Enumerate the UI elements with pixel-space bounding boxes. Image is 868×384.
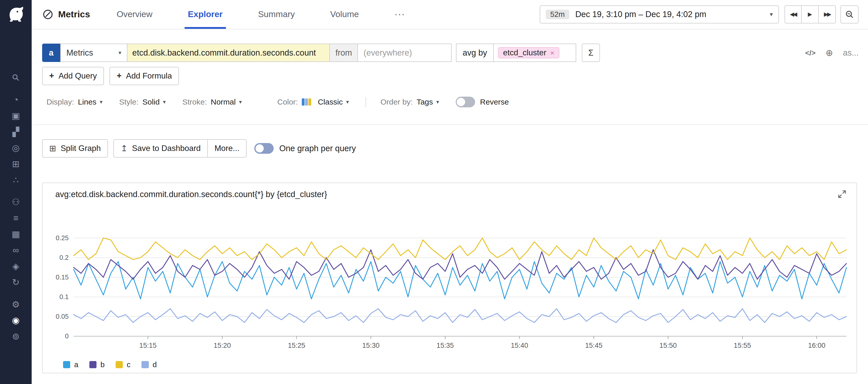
watchdog-icon[interactable]: ◔ <box>0 92 32 108</box>
one-graph-per-query-toggle[interactable] <box>254 143 274 153</box>
metrics-explorer-app: ⚲◔▣▞◎⊞∴⚇≡▦∞◈↻⚙◉⊚ Metrics Overview Explor… <box>0 0 868 384</box>
split-graph-label: Split Graph <box>61 144 101 153</box>
order-by-value: Tags <box>416 98 433 106</box>
graph-actions-row: ⊞ Split Graph ↥ Save to Dashboard More..… <box>42 139 356 157</box>
chevron-down-icon: ▾ <box>119 49 121 56</box>
sidebar-icons: ⚲◔▣▞◎⊞∴⚇≡▦∞◈↻⚙◉⊚ <box>0 70 32 345</box>
time-forward-button[interactable]: ▶▶ <box>819 5 836 24</box>
query-row: a Metrics ▾ etcd.disk.backend.commit.dur… <box>42 44 859 62</box>
group-by-field[interactable]: etcd_cluster × <box>493 44 576 62</box>
group-by-tag-label: etcd_cluster <box>503 48 546 57</box>
plus-icon: + <box>49 71 54 80</box>
metrics-nav-icon[interactable]: ▞ <box>0 124 32 140</box>
legend-swatch <box>89 361 96 368</box>
time-back-button[interactable]: ◀◀ <box>784 5 802 24</box>
time-play-button[interactable]: ▶ <box>802 5 819 24</box>
ci-pipelines-icon[interactable]: ∴ <box>0 172 32 188</box>
as-option[interactable]: as... <box>843 48 859 58</box>
tab-overview[interactable]: Overview <box>117 0 152 29</box>
group-by-tag: etcd_cluster × <box>498 47 559 58</box>
svg-text:15:15: 15:15 <box>139 341 156 349</box>
remove-tag-icon[interactable]: × <box>550 49 554 57</box>
reverse-toggle[interactable] <box>456 97 475 107</box>
query-letter-badge[interactable]: a <box>42 44 61 62</box>
tab-explorer[interactable]: Explorer <box>188 0 223 29</box>
infrastructure-icon[interactable]: ▣ <box>0 108 32 124</box>
legend-label: d <box>153 360 157 369</box>
svg-text:15:55: 15:55 <box>734 341 751 349</box>
chart-title: avg:etcd.disk.backend.commit.duration.se… <box>55 190 327 199</box>
scope-input[interactable]: (everywhere) <box>358 44 452 62</box>
svg-text:0.15: 0.15 <box>56 273 69 281</box>
legend-item-c[interactable]: c <box>116 360 130 369</box>
security-icon[interactable]: ◈ <box>0 258 32 274</box>
palette-icon <box>302 98 311 106</box>
metric-name-input[interactable]: etcd.disk.backend.commit.duration.second… <box>127 44 330 62</box>
zoom-out-icon <box>845 10 854 19</box>
split-graph-icon: ⊞ <box>49 144 56 153</box>
legend-swatch <box>116 361 123 368</box>
expand-icon <box>838 190 846 199</box>
topbar: Metrics Overview Explorer Summary Volume… <box>32 0 868 29</box>
reverse-label: Reverse <box>480 98 509 106</box>
add-formula-button[interactable]: + Add Formula <box>110 67 179 85</box>
time-nav-buttons: ◀◀ ▶ ▶▶ <box>784 5 836 24</box>
people-icon[interactable]: ⚇ <box>0 194 32 210</box>
expand-chart-button[interactable] <box>838 190 846 199</box>
zoom-out-button[interactable] <box>840 5 859 24</box>
color-value: Classic <box>318 98 343 106</box>
legend-item-b[interactable]: b <box>89 360 105 369</box>
add-query-button[interactable]: + Add Query <box>42 67 104 85</box>
integrations-icon[interactable]: ⊞ <box>0 156 32 172</box>
aggregation-label[interactable]: avg by <box>456 44 494 62</box>
split-graph-button[interactable]: ⊞ Split Graph <box>42 139 108 157</box>
color-select[interactable]: Classic ▾ <box>302 98 349 106</box>
legend-label: a <box>74 360 78 369</box>
stroke-select[interactable]: Normal ▾ <box>211 98 242 106</box>
order-by-select[interactable]: Tags ▾ <box>416 98 439 106</box>
datadog-logo[interactable] <box>0 0 32 29</box>
save-to-dashboard-button[interactable]: ↥ Save to Dashboard <box>113 139 208 157</box>
monitors-icon[interactable]: ↻ <box>0 274 32 290</box>
search-icon[interactable]: ⚲ <box>0 61 33 95</box>
globe-icon[interactable]: ⊕ <box>826 48 833 58</box>
chevron-down-icon: ▾ <box>100 99 103 105</box>
tab-more-icon[interactable]: ⋯ <box>394 0 405 29</box>
tab-summary[interactable]: Summary <box>258 0 295 29</box>
svg-text:15:40: 15:40 <box>511 341 528 349</box>
rewind-icon: ◀◀ <box>790 11 796 18</box>
chevron-down-icon: ▾ <box>436 99 439 105</box>
dashboards-icon[interactable]: ▦ <box>0 226 32 242</box>
time-range-picker[interactable]: 52m Dec 19, 3:10 pm – Dec 19, 4:02 pm ▾ <box>540 5 779 24</box>
chart-header: avg:etcd.disk.backend.commit.duration.se… <box>43 183 857 199</box>
stroke-value: Normal <box>211 98 236 106</box>
synthetics-icon[interactable]: ∞ <box>0 242 32 258</box>
display-select[interactable]: Lines ▾ <box>78 98 102 106</box>
tab-bar: Overview Explorer Summary Volume ⋯ <box>117 0 405 29</box>
line-chart[interactable]: 00.050.10.150.20.2515:1515:2015:2515:301… <box>43 222 857 359</box>
query-source-select[interactable]: Metrics ▾ <box>60 44 127 62</box>
apm-icon[interactable]: ◎ <box>0 140 32 156</box>
logs-icon[interactable]: ≡ <box>0 210 32 226</box>
page-title: Metrics <box>58 9 90 20</box>
svg-text:15:45: 15:45 <box>585 341 602 349</box>
more-label: More... <box>214 144 240 153</box>
legend-item-a[interactable]: a <box>63 360 79 369</box>
svg-text:15:25: 15:25 <box>288 341 305 349</box>
sidebar: ⚲◔▣▞◎⊞∴⚇≡▦∞◈↻⚙◉⊚ <box>0 0 32 384</box>
divider <box>366 97 366 107</box>
query-actions-row: + Add Query + Add Formula <box>42 67 179 85</box>
errors-icon[interactable]: ⚙ <box>0 296 32 312</box>
settings-icon[interactable]: ⊚ <box>0 328 32 345</box>
legend-item-d[interactable]: d <box>142 360 157 369</box>
tab-volume[interactable]: Volume <box>330 0 359 29</box>
chart-legend: abcd <box>63 360 857 369</box>
time-duration-badge: 52m <box>546 10 569 19</box>
more-button[interactable]: More... <box>208 139 247 157</box>
query-source-label: Metrics <box>66 48 93 58</box>
svg-text:16:00: 16:00 <box>808 341 825 349</box>
code-view-icon[interactable]: </> <box>805 49 816 57</box>
style-select[interactable]: Solid ▾ <box>143 98 166 106</box>
sigma-button[interactable]: Σ <box>582 44 600 62</box>
metrics-active-icon[interactable]: ◉ <box>0 312 32 328</box>
